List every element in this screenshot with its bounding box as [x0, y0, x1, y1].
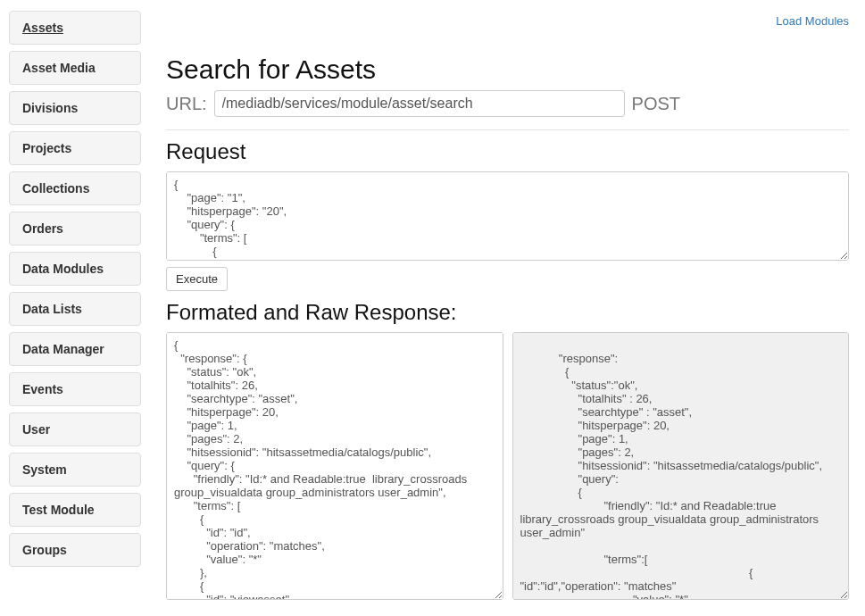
- sidebar-item-collections[interactable]: Collections: [9, 171, 141, 205]
- sidebar-item-orders[interactable]: Orders: [9, 212, 141, 246]
- request-body-textarea[interactable]: [166, 171, 849, 261]
- sidebar-item-data-manager[interactable]: Data Manager: [9, 332, 141, 366]
- response-row: [166, 332, 849, 600]
- sidebar-item-user[interactable]: User: [9, 412, 141, 446]
- sidebar-item-data-lists[interactable]: Data Lists: [9, 292, 141, 326]
- sidebar-item-groups[interactable]: Groups: [9, 533, 141, 567]
- sidebar-item-projects[interactable]: Projects: [9, 131, 141, 165]
- url-row: URL: POST: [166, 90, 849, 130]
- sidebar-item-asset-media[interactable]: Asset Media: [9, 51, 141, 85]
- main-content: Load Modules Search for Assets URL: POST…: [150, 0, 865, 616]
- topbar: Load Modules: [166, 14, 849, 28]
- sidebar: Assets Asset Media Divisions Projects Co…: [0, 0, 150, 616]
- raw-response-textarea[interactable]: [512, 332, 850, 600]
- sidebar-item-assets[interactable]: Assets: [9, 11, 141, 45]
- load-modules-link[interactable]: Load Modules: [776, 14, 849, 28]
- sidebar-item-system[interactable]: System: [9, 453, 141, 487]
- request-title: Request: [166, 139, 849, 164]
- url-input[interactable]: [214, 90, 625, 117]
- response-title: Formated and Raw Response:: [166, 300, 849, 325]
- sidebar-item-data-modules[interactable]: Data Modules: [9, 252, 141, 286]
- sidebar-item-test-module[interactable]: Test Module: [9, 493, 141, 527]
- http-method-label: POST: [632, 94, 680, 114]
- formatted-response-textarea[interactable]: [166, 332, 503, 600]
- page-title: Search for Assets: [166, 54, 849, 85]
- execute-button[interactable]: Execute: [166, 267, 228, 291]
- url-label: URL:: [166, 94, 207, 114]
- sidebar-item-events[interactable]: Events: [9, 372, 141, 406]
- sidebar-item-divisions[interactable]: Divisions: [9, 91, 141, 125]
